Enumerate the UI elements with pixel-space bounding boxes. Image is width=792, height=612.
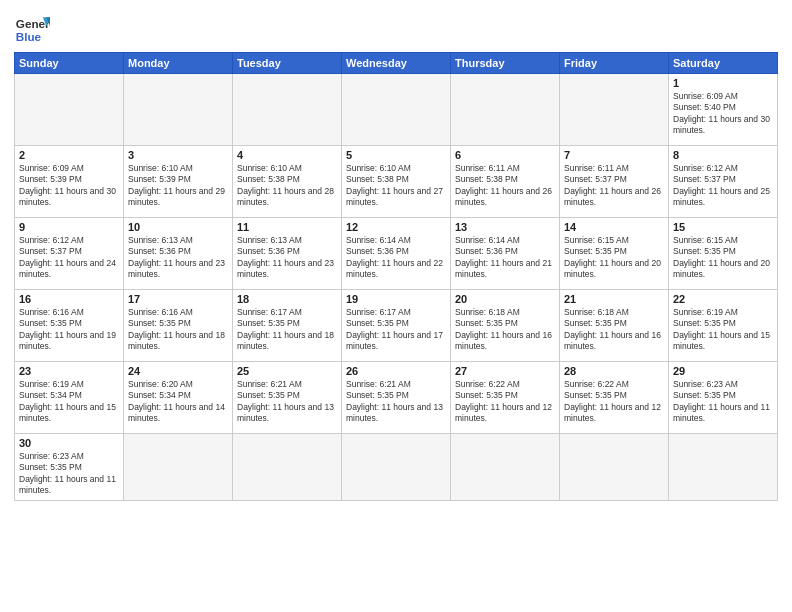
calendar-cell (124, 74, 233, 146)
logo: General Blue (14, 10, 50, 46)
day-info: Sunrise: 6:13 AMSunset: 5:36 PMDaylight:… (237, 235, 337, 281)
day-number: 27 (455, 365, 555, 377)
calendar-header-row: SundayMondayTuesdayWednesdayThursdayFrid… (15, 53, 778, 74)
day-number: 2 (19, 149, 119, 161)
day-info: Sunrise: 6:22 AMSunset: 5:35 PMDaylight:… (564, 379, 664, 425)
day-info: Sunrise: 6:19 AMSunset: 5:35 PMDaylight:… (673, 307, 773, 353)
day-info: Sunrise: 6:16 AMSunset: 5:35 PMDaylight:… (128, 307, 228, 353)
calendar-cell: 8Sunrise: 6:12 AMSunset: 5:37 PMDaylight… (669, 146, 778, 218)
day-info: Sunrise: 6:21 AMSunset: 5:35 PMDaylight:… (346, 379, 446, 425)
day-info: Sunrise: 6:22 AMSunset: 5:35 PMDaylight:… (455, 379, 555, 425)
day-info: Sunrise: 6:12 AMSunset: 5:37 PMDaylight:… (19, 235, 119, 281)
calendar-cell: 4Sunrise: 6:10 AMSunset: 5:38 PMDaylight… (233, 146, 342, 218)
calendar-week-row: 2Sunrise: 6:09 AMSunset: 5:39 PMDaylight… (15, 146, 778, 218)
calendar-cell (233, 74, 342, 146)
calendar-cell (15, 74, 124, 146)
day-info: Sunrise: 6:18 AMSunset: 5:35 PMDaylight:… (564, 307, 664, 353)
day-info: Sunrise: 6:14 AMSunset: 5:36 PMDaylight:… (455, 235, 555, 281)
calendar-header-monday: Monday (124, 53, 233, 74)
day-number: 21 (564, 293, 664, 305)
day-number: 24 (128, 365, 228, 377)
day-info: Sunrise: 6:16 AMSunset: 5:35 PMDaylight:… (19, 307, 119, 353)
day-info: Sunrise: 6:10 AMSunset: 5:38 PMDaylight:… (346, 163, 446, 209)
calendar-cell: 19Sunrise: 6:17 AMSunset: 5:35 PMDayligh… (342, 290, 451, 362)
logo-icon: General Blue (14, 10, 50, 46)
day-info: Sunrise: 6:17 AMSunset: 5:35 PMDaylight:… (346, 307, 446, 353)
calendar-cell: 3Sunrise: 6:10 AMSunset: 5:39 PMDaylight… (124, 146, 233, 218)
calendar-cell: 14Sunrise: 6:15 AMSunset: 5:35 PMDayligh… (560, 218, 669, 290)
calendar-cell: 21Sunrise: 6:18 AMSunset: 5:35 PMDayligh… (560, 290, 669, 362)
day-number: 7 (564, 149, 664, 161)
calendar-week-row: 23Sunrise: 6:19 AMSunset: 5:34 PMDayligh… (15, 362, 778, 434)
day-number: 20 (455, 293, 555, 305)
day-info: Sunrise: 6:11 AMSunset: 5:38 PMDaylight:… (455, 163, 555, 209)
calendar-cell: 2Sunrise: 6:09 AMSunset: 5:39 PMDaylight… (15, 146, 124, 218)
day-info: Sunrise: 6:19 AMSunset: 5:34 PMDaylight:… (19, 379, 119, 425)
day-number: 28 (564, 365, 664, 377)
calendar-cell (560, 74, 669, 146)
day-info: Sunrise: 6:18 AMSunset: 5:35 PMDaylight:… (455, 307, 555, 353)
day-number: 22 (673, 293, 773, 305)
day-number: 6 (455, 149, 555, 161)
calendar-cell: 29Sunrise: 6:23 AMSunset: 5:35 PMDayligh… (669, 362, 778, 434)
calendar-cell (342, 74, 451, 146)
calendar-header-wednesday: Wednesday (342, 53, 451, 74)
calendar-cell (451, 74, 560, 146)
calendar-cell: 26Sunrise: 6:21 AMSunset: 5:35 PMDayligh… (342, 362, 451, 434)
calendar-cell (451, 434, 560, 501)
day-number: 25 (237, 365, 337, 377)
calendar-cell: 12Sunrise: 6:14 AMSunset: 5:36 PMDayligh… (342, 218, 451, 290)
day-info: Sunrise: 6:23 AMSunset: 5:35 PMDaylight:… (673, 379, 773, 425)
day-number: 9 (19, 221, 119, 233)
calendar-cell: 18Sunrise: 6:17 AMSunset: 5:35 PMDayligh… (233, 290, 342, 362)
calendar-header-sunday: Sunday (15, 53, 124, 74)
day-number: 14 (564, 221, 664, 233)
day-number: 15 (673, 221, 773, 233)
day-number: 3 (128, 149, 228, 161)
day-info: Sunrise: 6:11 AMSunset: 5:37 PMDaylight:… (564, 163, 664, 209)
calendar-cell (560, 434, 669, 501)
day-number: 23 (19, 365, 119, 377)
calendar-week-row: 30Sunrise: 6:23 AMSunset: 5:35 PMDayligh… (15, 434, 778, 501)
calendar-cell: 24Sunrise: 6:20 AMSunset: 5:34 PMDayligh… (124, 362, 233, 434)
day-number: 10 (128, 221, 228, 233)
day-number: 1 (673, 77, 773, 89)
calendar-cell: 13Sunrise: 6:14 AMSunset: 5:36 PMDayligh… (451, 218, 560, 290)
svg-text:Blue: Blue (16, 30, 42, 43)
day-number: 30 (19, 437, 119, 449)
calendar-cell (233, 434, 342, 501)
page: General Blue SundayMondayTuesdayWednesda… (0, 0, 792, 612)
day-number: 12 (346, 221, 446, 233)
calendar-cell: 9Sunrise: 6:12 AMSunset: 5:37 PMDaylight… (15, 218, 124, 290)
calendar-cell: 27Sunrise: 6:22 AMSunset: 5:35 PMDayligh… (451, 362, 560, 434)
day-info: Sunrise: 6:10 AMSunset: 5:38 PMDaylight:… (237, 163, 337, 209)
day-number: 11 (237, 221, 337, 233)
calendar: SundayMondayTuesdayWednesdayThursdayFrid… (14, 52, 778, 501)
day-info: Sunrise: 6:21 AMSunset: 5:35 PMDaylight:… (237, 379, 337, 425)
day-info: Sunrise: 6:23 AMSunset: 5:35 PMDaylight:… (19, 451, 119, 497)
day-number: 5 (346, 149, 446, 161)
calendar-cell: 20Sunrise: 6:18 AMSunset: 5:35 PMDayligh… (451, 290, 560, 362)
day-info: Sunrise: 6:09 AMSunset: 5:40 PMDaylight:… (673, 91, 773, 137)
day-info: Sunrise: 6:12 AMSunset: 5:37 PMDaylight:… (673, 163, 773, 209)
calendar-cell: 1Sunrise: 6:09 AMSunset: 5:40 PMDaylight… (669, 74, 778, 146)
calendar-cell: 11Sunrise: 6:13 AMSunset: 5:36 PMDayligh… (233, 218, 342, 290)
day-number: 17 (128, 293, 228, 305)
calendar-cell: 15Sunrise: 6:15 AMSunset: 5:35 PMDayligh… (669, 218, 778, 290)
calendar-cell: 17Sunrise: 6:16 AMSunset: 5:35 PMDayligh… (124, 290, 233, 362)
calendar-header-thursday: Thursday (451, 53, 560, 74)
day-info: Sunrise: 6:10 AMSunset: 5:39 PMDaylight:… (128, 163, 228, 209)
day-info: Sunrise: 6:17 AMSunset: 5:35 PMDaylight:… (237, 307, 337, 353)
day-info: Sunrise: 6:15 AMSunset: 5:35 PMDaylight:… (564, 235, 664, 281)
calendar-cell: 30Sunrise: 6:23 AMSunset: 5:35 PMDayligh… (15, 434, 124, 501)
calendar-cell: 5Sunrise: 6:10 AMSunset: 5:38 PMDaylight… (342, 146, 451, 218)
calendar-header-tuesday: Tuesday (233, 53, 342, 74)
calendar-cell: 23Sunrise: 6:19 AMSunset: 5:34 PMDayligh… (15, 362, 124, 434)
day-info: Sunrise: 6:14 AMSunset: 5:36 PMDaylight:… (346, 235, 446, 281)
day-info: Sunrise: 6:13 AMSunset: 5:36 PMDaylight:… (128, 235, 228, 281)
calendar-week-row: 1Sunrise: 6:09 AMSunset: 5:40 PMDaylight… (15, 74, 778, 146)
day-number: 8 (673, 149, 773, 161)
day-info: Sunrise: 6:20 AMSunset: 5:34 PMDaylight:… (128, 379, 228, 425)
calendar-week-row: 9Sunrise: 6:12 AMSunset: 5:37 PMDaylight… (15, 218, 778, 290)
calendar-cell: 6Sunrise: 6:11 AMSunset: 5:38 PMDaylight… (451, 146, 560, 218)
